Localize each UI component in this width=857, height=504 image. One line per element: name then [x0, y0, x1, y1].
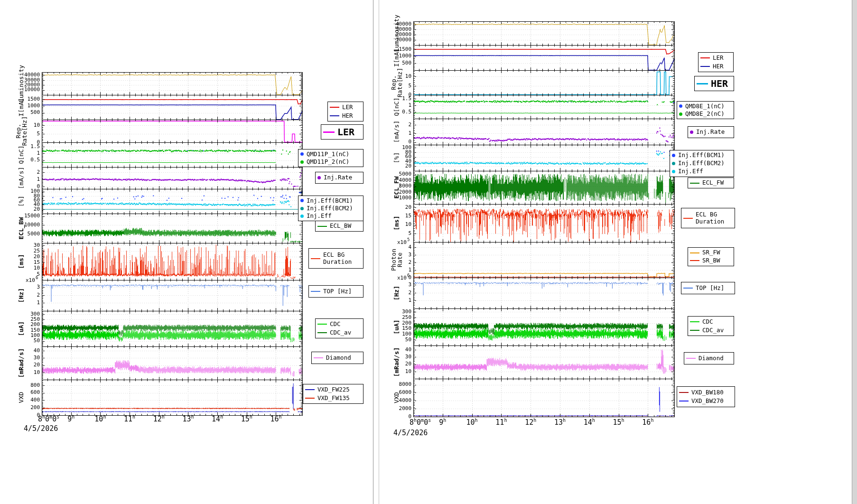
line-marker-icon	[311, 291, 320, 292]
legend-item: VXD_FW225	[305, 386, 361, 393]
legend-label: VXD_BW180	[691, 389, 724, 396]
x-tick-label-start: 8h0m0s	[410, 418, 431, 427]
legend-item: Inj.Eff(BCM1)	[672, 152, 732, 159]
legend-label: VXD_FW135	[317, 395, 350, 401]
legend-label: Diamond	[326, 355, 351, 361]
legend-label: QMD8E_1(nC)	[685, 103, 725, 110]
legend-charge: QMD11P_1(nC)QMD11P_2(nC)	[298, 149, 363, 167]
legend-diamond: Diamond	[311, 352, 363, 364]
x-tick-label: 14h	[212, 415, 223, 423]
legend-label: CDC	[702, 318, 713, 325]
line-marker-icon	[683, 288, 693, 289]
legend-label: Diamond	[699, 355, 724, 362]
line-marker-icon	[323, 131, 335, 133]
legend-inj-rate: Inj.Rate	[315, 172, 363, 184]
legend-label: ECL_FW	[702, 179, 724, 186]
line-marker-icon	[679, 401, 689, 401]
x-tick-label: 15h	[241, 415, 252, 423]
line-marker-icon	[690, 252, 699, 253]
legend-item: VXD_FW135	[305, 395, 361, 401]
scrollbar[interactable]	[852, 0, 857, 504]
dot-marker-icon	[300, 199, 304, 202]
dot-marker-icon	[300, 207, 304, 210]
legend-item: TOP [Hz]	[311, 288, 361, 295]
legend-item: Inj.Eff(BCM1)	[300, 197, 361, 204]
legend-item: Inj.Eff(BCM2)	[300, 205, 361, 212]
dot-marker-icon	[317, 176, 321, 179]
legend-item: VXD_BW270	[679, 398, 733, 404]
line-marker-icon	[305, 398, 315, 399]
legend-label: ECL BG Duration	[323, 252, 352, 265]
x-tick-label: 11h	[124, 415, 135, 423]
legend-photon-rate: SR_FWSR_BW	[688, 247, 734, 266]
legend-item: Diamond	[314, 355, 361, 361]
line-marker-icon	[683, 218, 693, 219]
legend-item: Inj.Rate	[690, 129, 732, 135]
legend-label: Inj.Eff	[678, 168, 703, 175]
legend-label: ECL_BW	[330, 223, 351, 229]
dot-marker-icon	[690, 131, 693, 134]
legend-item: QMD11P_2(nC)	[300, 159, 361, 165]
legend-cdc: CDCCDC_av	[688, 316, 734, 336]
x-tick-label: 11h	[495, 418, 507, 427]
x-tick-label: 9h	[67, 415, 75, 423]
legend-label: Inj.Rate	[696, 129, 725, 135]
dot-marker-icon	[672, 154, 675, 157]
legend-item: HER	[697, 78, 732, 89]
legend-item: Inj.Eff	[300, 213, 361, 219]
line-marker-icon	[690, 321, 699, 322]
legend-label: QMD8E_2(nC)	[685, 111, 725, 117]
legend-ecl-bg: ECL BG Duration	[681, 208, 735, 228]
legend-label: Inj.Rate	[324, 174, 352, 181]
legend-item: LER	[323, 127, 361, 138]
legend-item: SR_BW	[690, 257, 732, 264]
line-marker-icon	[305, 389, 315, 390]
legend-top: TOP [Hz]	[681, 282, 735, 294]
legend-cdc: CDCCDC_av	[315, 318, 363, 338]
legend-item: CDC	[317, 321, 361, 327]
legend-item: CDC	[690, 318, 732, 325]
legend-item: QMD8E_1(nC)	[679, 103, 732, 110]
legend-item: CDC_av	[317, 329, 361, 336]
legend-item: ECL BG Duration	[683, 211, 733, 225]
legend-inj-rate: Inj.Rate	[688, 126, 734, 138]
line-marker-icon	[690, 330, 699, 331]
line-marker-icon	[330, 107, 339, 108]
legend-inj-eff: Inj.Eff(BCM1)Inj.Eff(BCM2)Inj.Eff	[298, 196, 363, 221]
legend-item: Diamond	[686, 355, 732, 362]
legend-diamond: Diamond	[684, 352, 734, 364]
legend-label: LER	[337, 127, 354, 138]
x-tick-label: 10h	[466, 418, 478, 427]
panel-left: 8h0m0s9h10h11h12h13h14h15h16h LERHERLERQ…	[0, 0, 373, 504]
legend-label: HER	[342, 112, 353, 119]
legend-i-beam: LERHER	[327, 102, 363, 121]
legend-label: TOP [Hz]	[696, 285, 724, 291]
legend-label: CDC	[330, 321, 341, 327]
x-tick-label: 16h	[270, 415, 281, 423]
legend-charge: QMD8E_1(nC)QMD8E_2(nC)	[677, 101, 734, 119]
legend-item: HER	[700, 63, 731, 70]
legend-item: ECL BG Duration	[311, 252, 361, 265]
legend-item: VXD_BW180	[679, 389, 733, 396]
legend-label: VXD_FW225	[317, 386, 350, 393]
legend-ecl-bw: ECL_BW	[315, 221, 363, 232]
legend-item: LER	[700, 55, 731, 61]
legend-label: VXD_BW270	[691, 398, 724, 404]
x-tick-label: 15h	[613, 418, 624, 427]
legend-label: HER	[711, 78, 728, 89]
legend-label: HER	[713, 63, 724, 70]
line-marker-icon	[690, 183, 699, 184]
legend-label: SR_FW	[702, 249, 720, 256]
legend-item: QMD8E_2(nC)	[679, 111, 732, 117]
legend-item: LER	[330, 104, 361, 111]
dot-marker-icon	[300, 215, 304, 218]
date-label: 4/5/2026	[24, 424, 58, 433]
legend-vxd: VXD_FW225VXD_FW135	[303, 384, 363, 404]
line-marker-icon	[317, 324, 327, 325]
legend-label: Inj.Eff(BCM1)	[678, 152, 725, 159]
legend-item: ECL_BW	[317, 223, 361, 229]
legend-label: LER	[713, 55, 724, 61]
x-tick-label: 12h	[525, 418, 536, 427]
legend-label: ECL BG Duration	[696, 211, 724, 225]
legend-label: TOP [Hz]	[323, 288, 352, 295]
